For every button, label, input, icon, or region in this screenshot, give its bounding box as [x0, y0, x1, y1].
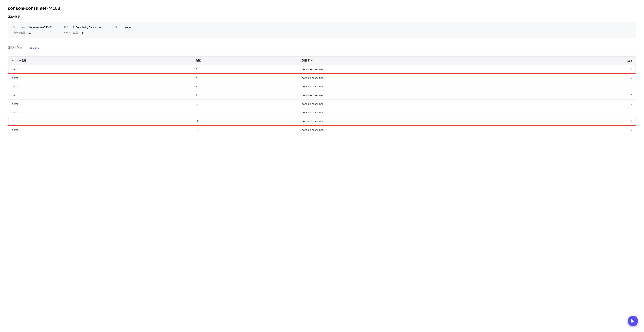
cell-partition: 12 [192, 117, 298, 126]
cell-lag: 1 [534, 65, 636, 74]
tab-streams[interactable]: Streams [29, 44, 40, 52]
info-card: 组 ID： console-consumer-74188 状态： Complet… [8, 22, 636, 38]
stream-count-label: Stream 数量： [64, 31, 81, 34]
cell-lag: 1 [534, 117, 636, 126]
cell-lag: 0 [534, 91, 636, 100]
status-label: 状态： [64, 25, 72, 29]
table-row: demo110console-consumer0 [8, 100, 636, 108]
col-consumer-id: 消费者 ID [298, 56, 534, 65]
streams-table-container: Stream 名称 分区 消费者 ID Lag demo16console-co… [8, 56, 636, 134]
table-row: demo112console-consumer1 [8, 117, 636, 126]
cell-lag: 0 [534, 108, 636, 117]
protocol-item: 协议： range [115, 25, 154, 29]
table-row: demo16console-consumer1 [8, 65, 636, 74]
cell-stream: demo1 [8, 91, 192, 100]
cell-stream: demo1 [8, 74, 192, 82]
cell-lag: 0 [534, 126, 636, 134]
cell-partition: 10 [192, 100, 298, 108]
col-lag: Lag [534, 56, 636, 65]
cell-lag: 0 [534, 82, 636, 91]
info-row-2: 消费者数量： 1 Stream 数量： 1 [12, 31, 632, 34]
status-item: 状态： CompletingRebalance [64, 25, 103, 29]
consumer-count-label: 消费者数量： [12, 31, 28, 34]
group-id-value: console-consumer-74188 [22, 26, 51, 29]
stream-count-value: 1 [82, 31, 83, 34]
cell-partition: 6 [192, 65, 298, 74]
cell-stream: demo1 [8, 117, 192, 126]
table-row: demo19console-consumer0 [8, 91, 636, 100]
cell-stream: demo1 [8, 82, 192, 91]
streams-table: Stream 名称 分区 消费者 ID Lag demo16console-co… [8, 56, 636, 134]
col-stream-name: Stream 名称 [8, 56, 192, 65]
status-value: CompletingRebalance [76, 26, 101, 29]
table-row: demo18console-consumer0 [8, 82, 636, 91]
stream-count-item: Stream 数量： 1 [64, 31, 103, 34]
cell-stream: demo1 [8, 65, 192, 74]
cell-stream: demo1 [8, 108, 192, 117]
consumer-count-value: 1 [29, 31, 30, 34]
cell-consumer-id: console-consumer [298, 108, 534, 117]
table-header-row: Stream 名称 分区 消费者 ID Lag [8, 56, 636, 65]
cell-partition: 11 [192, 108, 298, 117]
cell-consumer-id: console-consumer [298, 91, 534, 100]
group-id-item: 组 ID： console-consumer-74188 [12, 25, 52, 29]
cell-partition: 13 [192, 126, 298, 134]
tab-consumer-list[interactable]: 消费者列表 [8, 44, 22, 52]
cell-consumer-id: console-consumer [298, 65, 534, 74]
table-row: demo17console-consumer0 [8, 74, 636, 82]
cell-lag: 0 [534, 74, 636, 82]
page-title: console-consumer-74188 [8, 6, 636, 11]
protocol-value: range [124, 26, 130, 29]
cell-consumer-id: console-consumer [298, 100, 534, 108]
cell-partition: 7 [192, 74, 298, 82]
tab-bar: 消费者列表 Streams [8, 44, 636, 52]
cell-consumer-id: console-consumer [298, 74, 534, 82]
cell-lag: 0 [534, 100, 636, 108]
cell-consumer-id: console-consumer [298, 82, 534, 91]
group-id-label: 组 ID： [12, 25, 21, 29]
cell-partition: 9 [192, 91, 298, 100]
table-row: demo111console-consumer0 [8, 108, 636, 117]
cell-stream: demo1 [8, 100, 192, 108]
col-partition: 分区 [192, 56, 298, 65]
cell-stream: demo1 [8, 126, 192, 134]
section-title: 基础信息 [8, 15, 636, 19]
cell-partition: 8 [192, 82, 298, 91]
info-row-1: 组 ID： console-consumer-74188 状态： Complet… [12, 25, 632, 29]
cell-consumer-id: console-consumer [298, 117, 534, 126]
protocol-label: 协议： [115, 25, 123, 29]
table-row: demo113console-consumer0 [8, 126, 636, 134]
status-dot-icon [73, 26, 74, 28]
consumer-count-item: 消费者数量： 1 [12, 31, 52, 34]
cell-consumer-id: console-consumer [298, 126, 534, 134]
